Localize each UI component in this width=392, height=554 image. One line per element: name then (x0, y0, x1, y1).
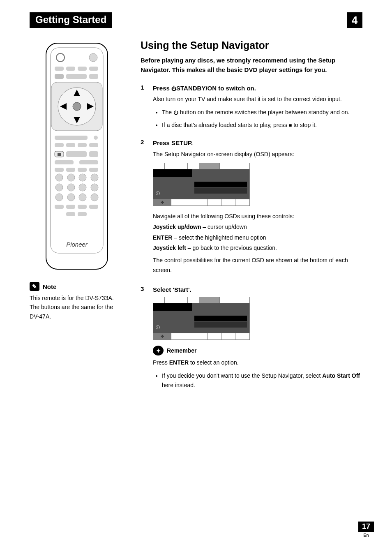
svg-point-40 (79, 184, 86, 191)
step-heading: Select 'Start'. (153, 285, 362, 295)
svg-point-36 (79, 174, 86, 181)
step-heading: Press ⏻STANDBY/ON to switch on. (153, 84, 362, 93)
svg-rect-4 (55, 67, 64, 71)
step-number: 3 (141, 285, 147, 393)
svg-rect-51 (78, 212, 87, 216)
svg-point-34 (55, 174, 63, 181)
note-label: Note (43, 283, 56, 290)
remote-illustration: Pioneer (44, 41, 110, 271)
svg-rect-9 (66, 74, 87, 79)
svg-rect-32 (78, 168, 87, 172)
svg-rect-20 (55, 143, 64, 147)
svg-point-39 (67, 184, 75, 191)
svg-rect-47 (66, 205, 75, 209)
svg-point-42 (55, 194, 63, 201)
step-1: 1 Press ⏻STANDBY/ON to switch on. Also t… (141, 84, 362, 133)
bullet-item: The ⏻ button on the remote switches the … (162, 108, 362, 117)
svg-point-35 (67, 174, 75, 181)
info-icon: ⓘ (156, 325, 160, 330)
page-footer: 17 En (358, 522, 374, 538)
move-icon: ✥ (161, 200, 164, 205)
right-column: Using the Setup Navigator Before playing… (141, 39, 362, 399)
power-icon: ⏻ (171, 86, 176, 92)
bullet-item: If a disc that's already loaded starts t… (162, 120, 362, 129)
section-title: Using the Setup Navigator (141, 39, 362, 51)
chapter-number: 4 (347, 12, 362, 28)
svg-rect-50 (66, 212, 75, 216)
control-joystick-left: Joystick left – go back to the previous … (153, 243, 362, 253)
svg-rect-7 (89, 67, 98, 71)
svg-rect-23 (89, 143, 98, 147)
step-subtext: Also turn on your TV and make sure that … (153, 95, 362, 104)
svg-point-44 (79, 194, 86, 201)
remote-brand-text: Pioneer (66, 241, 88, 248)
svg-rect-6 (78, 67, 87, 71)
svg-rect-10 (89, 74, 98, 79)
info-icon: ⓘ (156, 191, 160, 196)
control-tail: The control possibilities for the curren… (153, 256, 362, 275)
svg-point-43 (67, 194, 75, 201)
note-text: This remote is for the DV-S733A. The but… (30, 293, 124, 321)
svg-rect-46 (55, 205, 64, 209)
move-icon: ✥ (161, 334, 164, 339)
language-label: En (358, 533, 374, 538)
osd-screenshot: ⓘ ✥ (153, 163, 250, 206)
bullet-item: If you decide you don't want to use the … (162, 371, 362, 390)
control-description: Navigate all of the following OSDs using… (153, 212, 362, 222)
power-icon: ⏻ (173, 110, 178, 115)
chapter-title: Getting Started (30, 12, 112, 28)
svg-point-37 (91, 174, 98, 181)
svg-rect-28 (55, 160, 74, 164)
step-heading: Press SETUP. (153, 138, 362, 148)
step-3: 3 Select 'Start'. ⓘ (141, 285, 362, 393)
svg-point-45 (91, 194, 98, 201)
svg-point-13 (73, 102, 81, 111)
step-number: 2 (141, 138, 147, 279)
svg-point-19 (94, 136, 98, 140)
svg-rect-21 (66, 143, 75, 147)
note-block: ✎ Note This remote is for the DV-S733A. … (30, 282, 124, 321)
svg-rect-26 (66, 151, 87, 157)
remember-label: Remember (167, 347, 196, 354)
svg-rect-25 (58, 153, 61, 156)
chapter-header: Getting Started 4 (30, 12, 362, 28)
svg-point-3 (89, 53, 97, 62)
left-column: Pioneer ✎ Note This remote is for the DV… (30, 39, 124, 399)
svg-rect-5 (66, 67, 75, 71)
svg-rect-22 (78, 143, 87, 147)
svg-rect-27 (89, 151, 98, 157)
section-intro: Before playing any discs, we strongly re… (141, 55, 362, 75)
svg-rect-30 (55, 168, 64, 172)
page-number: 17 (358, 522, 374, 532)
svg-rect-48 (78, 205, 87, 209)
step-number: 1 (141, 84, 147, 133)
svg-rect-8 (55, 74, 64, 79)
svg-rect-18 (55, 136, 88, 140)
svg-point-41 (91, 184, 98, 191)
svg-rect-29 (79, 160, 98, 164)
control-enter: ENTER – select the highlighted menu opti… (153, 233, 362, 243)
step-2: 2 Press SETUP. The Setup Navigator on-sc… (141, 138, 362, 279)
remember-text: Press ENTER to select an option. (153, 358, 362, 368)
control-joystick-updown: Joystick up/down – cursor up/down (153, 222, 362, 232)
svg-rect-31 (66, 168, 75, 172)
remember-heading: ✦ Remember (153, 346, 362, 355)
pencil-icon: ✎ (30, 282, 39, 291)
svg-rect-33 (89, 168, 98, 172)
osd-screenshot: ⓘ ✥ (153, 297, 250, 340)
svg-rect-49 (89, 205, 98, 209)
lightbulb-icon: ✦ (153, 346, 164, 355)
step-subtext: The Setup Navigator on-screen display (O… (153, 150, 362, 159)
svg-point-38 (55, 184, 63, 191)
